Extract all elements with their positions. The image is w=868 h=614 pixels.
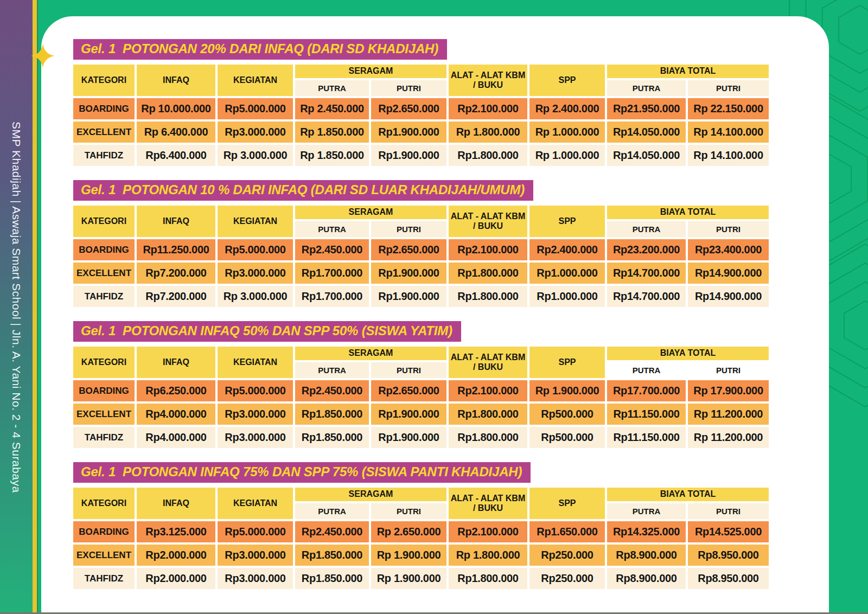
col-header-infaq: INFAQ — [137, 347, 215, 378]
fee-cell: Rp1.850.000 — [295, 545, 369, 566]
col-header-infaq: INFAQ — [137, 488, 215, 519]
fee-cell: Rp8.900.000 — [607, 568, 686, 589]
fee-cell: Rp1.800.000 — [449, 404, 527, 425]
fee-cell: Rp14.325.000 — [607, 521, 686, 542]
fee-cell: Rp 10.000.000 — [137, 98, 215, 119]
fee-cell: Rp1.800.000 — [449, 568, 527, 589]
fee-cell: Rp1.800.000 — [449, 286, 527, 307]
fee-tables-container: Gel. 1 POTONGAN 20% DARI INFAQ (DARI SD … — [41, 16, 829, 591]
fee-cell: Rp1.800.000 — [449, 427, 527, 448]
fee-cell: Rp5.000.000 — [218, 380, 293, 401]
col-header-seragam: SERAGAM — [295, 206, 446, 219]
fee-cell: Rp2.000.000 — [137, 568, 215, 589]
col-header-kegiatan: KEGIATAN — [218, 488, 293, 519]
fee-table: KATEGORI INFAQ KEGIATAN SERAGAM ALAT - A… — [71, 485, 771, 591]
fee-cell: Rp5.000.000 — [218, 98, 293, 119]
category-cell: TAHFIDZ — [73, 145, 135, 166]
fee-cell: Rp 1.900.000 — [371, 568, 446, 589]
fee-row: BOARDINGRp3.125.000Rp5.000.000Rp2.450.00… — [73, 521, 769, 542]
fee-cell: Rp 6.400.000 — [137, 121, 215, 143]
fee-cell: Rp2.100.000 — [449, 98, 527, 119]
fee-cell: Rp250.000 — [529, 568, 605, 589]
fee-cell: Rp 1.850.000 — [295, 145, 369, 166]
sub-header-total-putra: PUTRA — [607, 80, 686, 96]
fee-cell: Rp2.450.000 — [295, 380, 369, 401]
fee-cell: Rp 1.850.000 — [295, 121, 369, 143]
sub-header-seragam-putra: PUTRA — [295, 221, 369, 237]
fee-cell: Rp6.400.000 — [137, 145, 215, 166]
col-header-infaq: INFAQ — [137, 65, 215, 96]
category-cell: EXCELLENT — [73, 121, 135, 143]
fee-cell: Rp14.900.000 — [688, 263, 769, 284]
fee-cell: Rp14.050.000 — [607, 121, 686, 143]
table-title-banner: Gel. 1 POTONGAN INFAQ 50% DAN SPP 50% (S… — [73, 321, 461, 342]
fee-table-section-3: Gel. 1 POTONGAN INFAQ 50% DAN SPP 50% (S… — [73, 321, 829, 450]
header-row: KATEGORI INFAQ KEGIATAN SERAGAM ALAT - A… — [73, 347, 769, 360]
fee-cell: Rp11.150.000 — [607, 404, 686, 425]
fee-cell: Rp1.900.000 — [371, 286, 446, 307]
sub-header-seragam-putri: PUTRI — [371, 503, 446, 519]
fee-cell: Rp1.850.000 — [295, 404, 369, 425]
col-header-seragam: SERAGAM — [295, 347, 446, 360]
fee-row: BOARDINGRp6.250.000Rp5.000.000Rp2.450.00… — [73, 380, 769, 401]
fees-card: Gel. 1 POTONGAN 20% DARI INFAQ (DARI SD … — [41, 16, 829, 612]
fee-cell: Rp500.000 — [529, 427, 605, 448]
fee-cell: Rp8.950.000 — [688, 568, 769, 589]
col-header-spp: SPP — [529, 488, 605, 519]
col-header-seragam: SERAGAM — [295, 488, 446, 501]
fee-cell: Rp23.200.000 — [607, 239, 686, 260]
fee-cell: Rp7.200.000 — [137, 263, 215, 284]
fee-cell: Rp 1.800.000 — [449, 545, 527, 566]
sub-header-total-putri: PUTRI — [688, 362, 769, 378]
fee-cell: Rp7.200.000 — [137, 286, 215, 307]
header-row: KATEGORI INFAQ KEGIATAN SERAGAM ALAT - A… — [73, 206, 769, 219]
fee-cell: Rp 14.100.000 — [688, 145, 769, 166]
fee-cell: Rp1.850.000 — [295, 427, 369, 448]
fee-cell: Rp14.050.000 — [607, 145, 686, 166]
category-cell: EXCELLENT — [73, 404, 135, 425]
fee-cell: Rp2.000.000 — [137, 545, 215, 566]
col-header-alat-kbm-buku: ALAT - ALAT KBM / BUKU — [449, 488, 527, 519]
fee-table: KATEGORI INFAQ KEGIATAN SERAGAM ALAT - A… — [71, 344, 771, 450]
fee-cell: Rp8.950.000 — [688, 545, 769, 566]
fee-cell: Rp 11.200.000 — [688, 404, 769, 425]
fee-table-section-4: Gel. 1 POTONGAN INFAQ 75% DAN SPP 75% (S… — [73, 462, 829, 591]
col-header-infaq: INFAQ — [137, 206, 215, 237]
fee-row: TAHFIDZRp7.200.000Rp 3.000.000Rp1.700.00… — [73, 286, 769, 307]
col-header-spp: SPP — [529, 347, 605, 378]
fee-cell: Rp1.900.000 — [371, 404, 446, 425]
fee-cell: Rp2.650.000 — [371, 98, 446, 119]
col-header-kategori: KATEGORI — [73, 65, 135, 96]
category-cell: BOARDING — [73, 239, 135, 260]
col-header-spp: SPP — [529, 206, 605, 237]
fee-cell: Rp14.900.000 — [688, 286, 769, 307]
fee-cell: Rp1.900.000 — [371, 427, 446, 448]
fee-cell: Rp3.000.000 — [218, 263, 293, 284]
fee-cell: Rp 22.150.000 — [688, 98, 769, 119]
sub-header-total-putri: PUTRI — [688, 80, 769, 96]
fee-cell: Rp 2.400.000 — [529, 98, 605, 119]
table-title: Gel. 1 POTONGAN INFAQ 50% DAN SPP 50% (S… — [81, 323, 452, 338]
fee-cell: Rp14.700.000 — [607, 263, 686, 284]
fee-cell: Rp 1.000.000 — [529, 121, 605, 143]
fee-cell: Rp2.650.000 — [371, 239, 446, 260]
header-row: KATEGORI INFAQ KEGIATAN SERAGAM ALAT - A… — [73, 488, 769, 501]
table-title: Gel. 1 POTONGAN 20% DARI INFAQ (DARI SD … — [81, 41, 438, 56]
school-address-text: SMP Khadijah | Aswaja Smart School | Jln… — [10, 121, 23, 493]
sub-header-total-putra: PUTRA — [607, 503, 686, 519]
table-title-banner: Gel. 1 POTONGAN 20% DARI INFAQ (DARI SD … — [73, 39, 447, 60]
table-title: Gel. 1 POTONGAN 10 % DARI INFAQ (DARI SD… — [81, 182, 525, 197]
fee-cell: Rp 17.900.000 — [688, 380, 769, 401]
fee-cell: Rp1.900.000 — [371, 121, 446, 143]
fee-cell: Rp21.950.000 — [607, 98, 686, 119]
fee-cell: Rp8.900.000 — [607, 545, 686, 566]
fee-cell: Rp1.000.000 — [529, 263, 605, 284]
fee-cell: Rp500.000 — [529, 404, 605, 425]
category-cell: TAHFIDZ — [73, 427, 135, 448]
fee-row: BOARDINGRp 10.000.000Rp5.000.000Rp 2.450… — [73, 98, 769, 119]
fee-cell: Rp3.125.000 — [137, 521, 215, 542]
fee-cell: Rp11.150.000 — [607, 427, 686, 448]
sub-header-total-putri: PUTRI — [688, 503, 769, 519]
fee-row: EXCELLENTRp4.000.000Rp3.000.000Rp1.850.0… — [73, 404, 769, 425]
fee-cell: Rp2.450.000 — [295, 521, 369, 542]
